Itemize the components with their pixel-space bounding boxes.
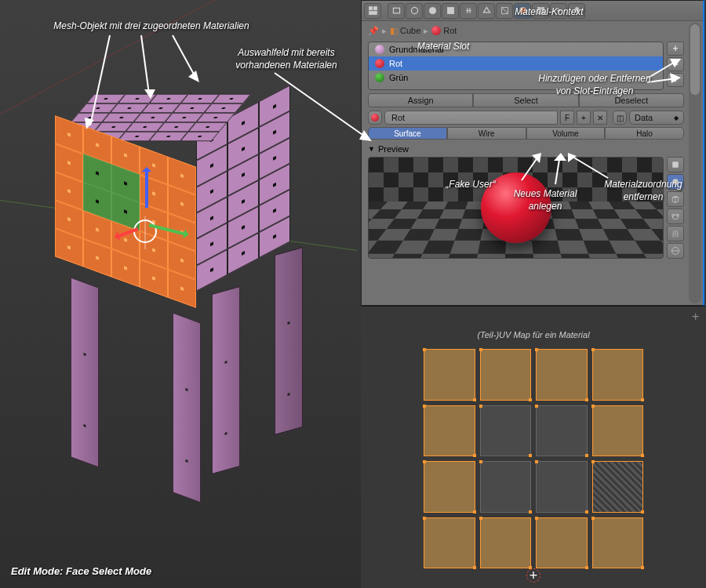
material-link-dropdown[interactable]: Data◆ — [629, 111, 684, 125]
slot-add-button[interactable]: + — [667, 42, 684, 56]
gizmo-z-axis[interactable] — [145, 169, 148, 208]
breadcrumb-material[interactable]: Rot — [431, 26, 457, 35]
annotation-selector: Auswahlfeld mit bereits vorhandenen Mate… — [212, 47, 361, 71]
svg-rect-15 — [447, 7, 453, 13]
svg-point-24 — [672, 215, 679, 220]
annotation-mesh: Mesh-Objekt mit drei zugeordneten Materi… — [14, 20, 289, 33]
annotation-uvmap: (Teil-)UV Map für ein Material — [361, 307, 706, 349]
scrollbar[interactable] — [689, 23, 701, 303]
editor-type-icon[interactable] — [364, 3, 381, 19]
context-object-icon[interactable] — [442, 3, 459, 19]
preview-monkey-icon[interactable] — [667, 209, 684, 224]
svg-point-13 — [411, 7, 417, 13]
annotation-newmat: Neues Material anlegen — [498, 188, 592, 212]
material-browse-icon[interactable] — [368, 111, 382, 125]
rendertype-volume[interactable]: Volume — [526, 127, 606, 140]
viewport-3d[interactable]: Edit Mode: Face Select Mode — [0, 0, 361, 588]
context-scene-icon[interactable] — [406, 3, 423, 19]
svg-rect-22 — [672, 162, 679, 168]
uv-editor[interactable]: + (Teil-)UV Map für ein Material — [361, 306, 706, 588]
svg-rect-10 — [373, 7, 377, 10]
context-modifiers-icon[interactable] — [478, 3, 495, 19]
preview-panel-header[interactable]: Preview — [368, 144, 684, 154]
annotation-slot: Material Slot — [400, 41, 486, 53]
expand-icon[interactable]: + — [692, 310, 703, 321]
pin-icon[interactable]: 📌 — [368, 26, 379, 36]
svg-rect-9 — [369, 7, 372, 10]
annotation-fakeuser: „Fake User“ — [435, 179, 506, 191]
preview-flat-icon[interactable] — [667, 157, 684, 172]
rendertype-halo[interactable]: Halo — [605, 127, 684, 140]
unlink-material-button[interactable]: ✕ — [593, 111, 607, 125]
annotation-context: Material-Kontext — [494, 6, 604, 19]
preview-sky-icon[interactable] — [667, 243, 684, 259]
uv-grid[interactable] — [424, 349, 643, 568]
assign-button[interactable]: Assign — [368, 93, 473, 107]
fake-user-button[interactable]: F — [560, 111, 574, 125]
slot-remove-button[interactable]: − — [667, 57, 684, 71]
cursor-2d — [523, 565, 544, 586]
annotation-removemat: Materialzuordnung entfernen — [584, 179, 702, 203]
context-constraints-icon[interactable] — [460, 3, 477, 19]
context-world-icon[interactable] — [424, 3, 441, 19]
context-render-icon[interactable] — [388, 3, 405, 19]
svg-rect-11 — [369, 11, 377, 14]
breadcrumb: 📌 ▸ ◧Cube ▸ Rot — [362, 21, 703, 40]
new-material-button[interactable]: + — [577, 111, 591, 125]
rendertype-surface[interactable]: Surface — [368, 127, 447, 140]
breadcrumb-object[interactable]: ◧Cube — [390, 26, 420, 36]
cursor-3d — [133, 220, 157, 243]
slot-item-1[interactable]: Rot — [369, 56, 663, 71]
edit-mode-label: Edit Mode: Face Select Mode — [11, 565, 151, 577]
rendertype-wire[interactable]: Wire — [447, 127, 526, 140]
mesh-object[interactable] — [55, 94, 290, 486]
svg-rect-12 — [393, 8, 399, 13]
material-name-field[interactable]: Rot — [384, 111, 558, 125]
svg-point-14 — [429, 7, 435, 13]
annotation-add-remove: Hinzufügen oder Entfernen von Slot-Eintr… — [508, 73, 681, 97]
preview-hair-icon[interactable] — [667, 226, 684, 241]
node-toggle-icon[interactable]: ◫ — [613, 111, 627, 125]
